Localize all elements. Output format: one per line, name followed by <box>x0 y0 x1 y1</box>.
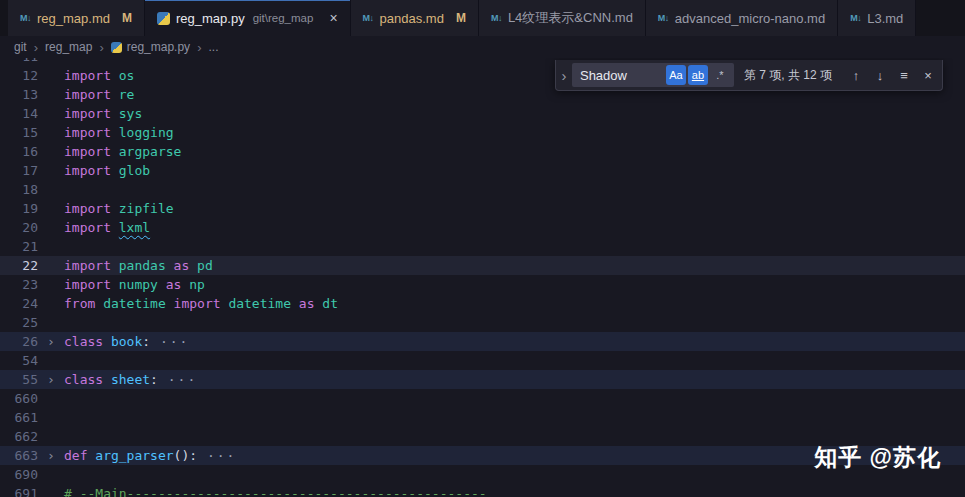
tab-label: advanced_micro-nano.md <box>675 11 825 26</box>
line-number[interactable]: 660 <box>0 389 38 408</box>
breadcrumb-label: git <box>14 40 27 54</box>
code-text[interactable] <box>64 351 965 370</box>
line-number[interactable]: 12 <box>0 66 38 85</box>
whole-word-toggle[interactable]: ab <box>688 65 708 85</box>
line-number[interactable]: 662 <box>0 427 38 446</box>
code-text[interactable]: class book: ··· <box>64 332 965 351</box>
find-input[interactable]: Shadow Aaab.* <box>572 63 734 87</box>
code-text[interactable]: import lxml <box>64 218 965 237</box>
line-number[interactable]: 22 <box>0 256 38 275</box>
find-options: Aaab.* <box>666 65 730 85</box>
code-text[interactable]: # --Main--------------------------------… <box>64 484 965 497</box>
code-line: 19import zipfile <box>0 199 965 218</box>
breadcrumb-item-reg_map.py[interactable]: reg_map.py <box>111 40 190 54</box>
code-editor[interactable]: 1112import os13import re14import sys15im… <box>0 58 965 497</box>
regex-toggle[interactable]: .* <box>710 65 730 85</box>
code-line: 18 <box>0 180 965 199</box>
code-text[interactable] <box>64 313 965 332</box>
close-tab-button[interactable]: × <box>329 10 337 26</box>
token-mod: zipfile <box>119 201 174 216</box>
token-kw: import <box>166 296 229 311</box>
code-text[interactable] <box>64 237 965 256</box>
fold-gutter <box>38 199 64 218</box>
fold-gutter <box>38 142 64 161</box>
code-text[interactable]: import pandas as pd <box>64 256 965 275</box>
fold-chevron-icon[interactable]: › <box>38 332 64 351</box>
line-number[interactable]: 16 <box>0 142 38 161</box>
code-text[interactable] <box>64 389 965 408</box>
line-number[interactable]: 17 <box>0 161 38 180</box>
code-text[interactable]: import sys <box>64 104 965 123</box>
token-kw: from <box>64 296 103 311</box>
line-number[interactable]: 20 <box>0 218 38 237</box>
code-text[interactable]: class sheet: ··· <box>64 370 965 389</box>
match-case-toggle[interactable]: Aa <box>666 65 686 85</box>
breadcrumb-item-git[interactable]: git <box>14 40 27 54</box>
fold-gutter <box>38 275 64 294</box>
breadcrumb-label: ... <box>208 40 218 54</box>
toggle-replace-chevron-icon[interactable]: › <box>556 67 572 84</box>
line-number[interactable]: 21 <box>0 237 38 256</box>
fold-gutter <box>38 161 64 180</box>
token-cmt: # --Main--------------------------------… <box>64 486 487 497</box>
tab-label: L3.md <box>867 11 903 26</box>
line-number[interactable]: 690 <box>0 465 38 484</box>
code-text[interactable]: import zipfile <box>64 199 965 218</box>
code-text[interactable]: import logging <box>64 123 965 142</box>
breadcrumb-item-reg_map[interactable]: reg_map <box>45 40 92 54</box>
line-number[interactable]: 15 <box>0 123 38 142</box>
token-dots: ··· <box>150 334 189 349</box>
token-kw: import <box>64 125 119 140</box>
next-match-button[interactable]: ↓ <box>870 65 890 85</box>
line-number[interactable]: 25 <box>0 313 38 332</box>
line-number[interactable]: 54 <box>0 351 38 370</box>
line-number[interactable]: 55 <box>0 370 38 389</box>
tab-L4纹理表示&CNN.md[interactable]: M↓L4纹理表示&CNN.md <box>479 0 646 36</box>
previous-match-button[interactable]: ↑ <box>846 65 866 85</box>
close-find-button[interactable]: × <box>918 65 938 85</box>
chevron-right-icon: › <box>99 40 103 55</box>
line-number[interactable]: 26 <box>0 332 38 351</box>
fold-gutter <box>38 313 64 332</box>
line-number[interactable]: 661 <box>0 408 38 427</box>
token-mod: dt <box>322 296 338 311</box>
code-text[interactable] <box>64 180 965 199</box>
fold-chevron-icon[interactable]: › <box>38 446 64 465</box>
line-number[interactable]: 14 <box>0 104 38 123</box>
token-name: arg_parser <box>95 448 173 463</box>
line-number[interactable]: 23 <box>0 275 38 294</box>
breadcrumb-item-...[interactable]: ... <box>208 40 218 54</box>
line-number[interactable]: 663 <box>0 446 38 465</box>
fold-chevron-icon[interactable]: › <box>38 370 64 389</box>
token-mod: sys <box>119 106 142 121</box>
line-number[interactable]: 691 <box>0 484 38 497</box>
code-text[interactable]: from datetime import datetime as dt <box>64 294 965 313</box>
code-line: 22import pandas as pd <box>0 256 965 275</box>
tab-bar: M↓reg_map.mdMreg_map.pygit\reg_map×M↓pan… <box>0 0 965 36</box>
tab-pandas.md[interactable]: M↓pandas.mdM <box>351 0 479 36</box>
code-line: 55›class sheet: ··· <box>0 370 965 389</box>
code-text[interactable] <box>64 408 965 427</box>
markdown-file-icon: M↓ <box>658 13 669 23</box>
line-number[interactable]: 18 <box>0 180 38 199</box>
token-mod: pd <box>197 258 213 273</box>
token-kw: import <box>64 68 119 83</box>
tab-reg_map.md[interactable]: M↓reg_map.mdM <box>8 0 145 36</box>
line-number[interactable]: 13 <box>0 85 38 104</box>
tab-advanced_micro-nano.md[interactable]: M↓advanced_micro-nano.md <box>646 0 838 36</box>
code-line: 17import glob <box>0 161 965 180</box>
line-number[interactable]: 24 <box>0 294 38 313</box>
fold-gutter <box>38 465 64 484</box>
code-text[interactable]: import numpy as np <box>64 275 965 294</box>
tab-L3.md[interactable]: M↓L3.md <box>838 0 916 36</box>
code-text[interactable]: import glob <box>64 161 965 180</box>
markdown-file-icon: M↓ <box>363 13 374 23</box>
tab-reg_map.py[interactable]: reg_map.pygit\reg_map× <box>145 0 351 36</box>
line-number[interactable]: 19 <box>0 199 38 218</box>
find-in-selection-button[interactable]: ≡ <box>894 65 914 85</box>
breadcrumb: git›reg_map›reg_map.py›... <box>0 36 965 58</box>
markdown-file-icon: M↓ <box>491 13 502 23</box>
code-text[interactable]: import argparse <box>64 142 965 161</box>
line-number[interactable]: 11 <box>0 58 38 66</box>
code-line: 691# --Main-----------------------------… <box>0 484 965 497</box>
